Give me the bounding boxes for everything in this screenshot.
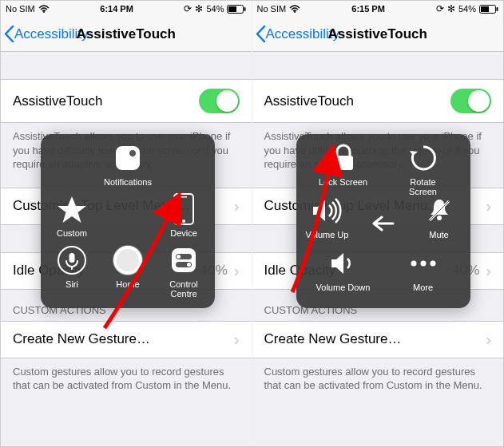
orientation-lock-icon: ⟳ bbox=[184, 3, 192, 14]
at-item-lock-screen[interactable]: Lock Screen bbox=[315, 142, 371, 187]
svg-rect-2 bbox=[228, 6, 236, 12]
at-item-more[interactable]: More bbox=[395, 247, 451, 292]
svg-rect-3 bbox=[244, 7, 246, 11]
chevron-right-icon: › bbox=[486, 262, 491, 280]
carrier-text: No SIM bbox=[6, 4, 35, 14]
star-icon bbox=[56, 193, 88, 225]
siri-icon bbox=[56, 244, 88, 276]
svg-rect-4 bbox=[116, 146, 140, 170]
at-item-notifications[interactable]: Notifications bbox=[100, 142, 156, 187]
mute-icon bbox=[423, 195, 455, 227]
assistivetouch-device-submenu: Lock Screen Rotate Screen Volume Up bbox=[296, 134, 470, 308]
chevron-right-icon: › bbox=[234, 197, 240, 216]
svg-point-5 bbox=[129, 150, 137, 157]
svg-point-24 bbox=[437, 216, 442, 220]
back-chevron-icon bbox=[256, 26, 266, 42]
wifi-icon bbox=[289, 5, 300, 13]
notifications-icon bbox=[112, 142, 144, 174]
device-icon bbox=[168, 193, 200, 225]
back-button[interactable]: Accessibility bbox=[252, 26, 340, 42]
svg-rect-8 bbox=[181, 196, 187, 198]
at-item-custom[interactable]: Custom bbox=[44, 193, 100, 238]
battery-percent: 54% bbox=[206, 4, 224, 14]
back-chevron-icon bbox=[4, 26, 14, 42]
toggle-on[interactable] bbox=[450, 89, 491, 113]
row-label: Create New Gesture… bbox=[264, 331, 402, 347]
svg-point-27 bbox=[411, 261, 416, 267]
row-create-gesture[interactable]: Create New Gesture… › bbox=[252, 321, 504, 358]
chevron-right-icon: › bbox=[234, 330, 240, 349]
row-label: Create New Gesture… bbox=[13, 331, 150, 347]
at-item-rotate-screen[interactable]: Rotate Screen bbox=[395, 142, 451, 196]
at-item-volume-down[interactable]: Volume Down bbox=[315, 247, 371, 292]
nav-title: AssistiveTouch bbox=[328, 26, 427, 42]
bluetooth-icon: ✻ bbox=[195, 3, 203, 14]
status-bar: No SIM 6:15 PM ⟳ ✻ 54% bbox=[252, 1, 504, 17]
nav-bar: Accessibility AssistiveTouch bbox=[252, 17, 504, 52]
battery-icon bbox=[227, 5, 246, 14]
status-time: 6:15 PM bbox=[351, 4, 385, 14]
back-arrow-icon bbox=[367, 208, 399, 239]
svg-point-13 bbox=[117, 249, 139, 271]
chevron-right-icon: › bbox=[486, 197, 491, 216]
volume-down-icon bbox=[327, 247, 359, 279]
battery-icon bbox=[479, 5, 498, 14]
screenshot-left: No SIM 6:14 PM ⟳ ✻ 54% Accessibility Ass… bbox=[1, 1, 252, 446]
home-icon bbox=[112, 244, 144, 276]
at-item-device[interactable]: Device bbox=[156, 193, 212, 238]
assistivetouch-menu: Notifications Custom Device bbox=[41, 134, 215, 308]
volume-up-icon bbox=[312, 195, 343, 227]
at-item-siri[interactable]: Siri bbox=[44, 244, 100, 289]
toggle-on[interactable] bbox=[199, 89, 240, 113]
create-gesture-desc: Custom gestures allow you to record gest… bbox=[1, 358, 252, 409]
at-item-back[interactable] bbox=[355, 208, 411, 239]
bluetooth-icon: ✻ bbox=[447, 3, 455, 14]
battery-percent: 54% bbox=[458, 4, 476, 14]
chevron-right-icon: › bbox=[234, 262, 240, 280]
svg-rect-14 bbox=[172, 248, 196, 272]
at-item-volume-up[interactable]: Volume Up bbox=[300, 195, 355, 239]
row-label: AssistiveTouch bbox=[264, 93, 354, 109]
wifi-icon bbox=[38, 5, 50, 13]
svg-point-0 bbox=[43, 11, 45, 13]
svg-point-28 bbox=[420, 261, 426, 267]
svg-point-18 bbox=[187, 263, 191, 267]
nav-bar: Accessibility AssistiveTouch bbox=[1, 17, 252, 52]
status-time: 6:14 PM bbox=[100, 4, 133, 14]
status-bar: No SIM 6:14 PM ⟳ ✻ 54% bbox=[1, 1, 252, 17]
control-centre-icon bbox=[168, 244, 200, 276]
row-create-gesture[interactable]: Create New Gesture… › bbox=[1, 321, 252, 358]
row-assistivetouch-toggle[interactable]: AssistiveTouch bbox=[1, 79, 252, 123]
svg-rect-10 bbox=[69, 253, 75, 263]
nav-title: AssistiveTouch bbox=[77, 26, 176, 42]
row-label: AssistiveTouch bbox=[13, 93, 102, 109]
at-item-mute[interactable]: Mute bbox=[411, 195, 467, 239]
chevron-right-icon: › bbox=[486, 330, 491, 349]
carrier-text: No SIM bbox=[257, 4, 287, 14]
back-button[interactable]: Accessibility bbox=[1, 26, 89, 42]
svg-rect-21 bbox=[481, 6, 489, 12]
rotate-icon bbox=[407, 142, 439, 174]
lock-icon bbox=[327, 142, 359, 174]
svg-point-16 bbox=[177, 255, 181, 259]
svg-point-19 bbox=[294, 11, 296, 13]
svg-rect-23 bbox=[334, 156, 353, 170]
more-icon bbox=[407, 247, 439, 279]
row-assistivetouch-toggle[interactable]: AssistiveTouch bbox=[252, 79, 504, 123]
svg-point-29 bbox=[430, 261, 435, 267]
svg-point-7 bbox=[182, 220, 185, 223]
orientation-lock-icon: ⟳ bbox=[436, 3, 444, 14]
at-item-control-centre[interactable]: Control Centre bbox=[156, 244, 212, 299]
create-gesture-desc: Custom gestures allow you to record gest… bbox=[252, 358, 504, 409]
at-item-home[interactable]: Home bbox=[100, 244, 156, 289]
screenshot-right: No SIM 6:15 PM ⟳ ✻ 54% Accessibility Ass… bbox=[252, 1, 504, 446]
svg-rect-22 bbox=[496, 7, 498, 11]
